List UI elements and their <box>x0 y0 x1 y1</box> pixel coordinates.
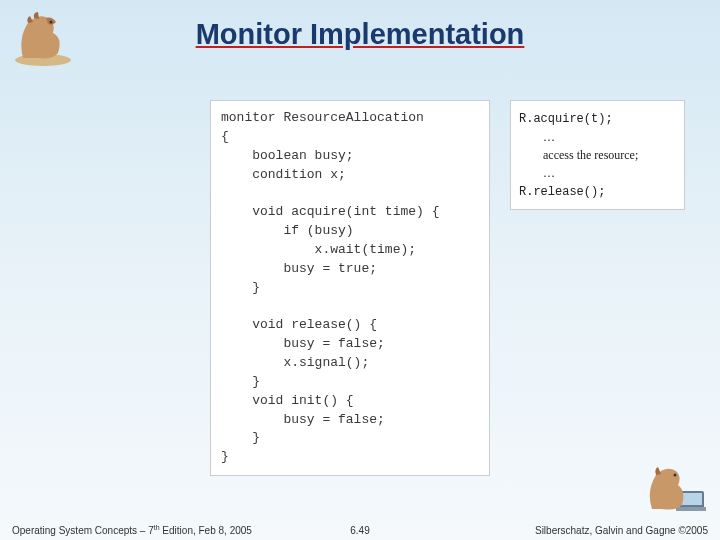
usage-line-1: R.acquire(t); <box>519 112 613 126</box>
footer-right: Silberschatz, Galvin and Gagne ©2005 <box>535 525 708 536</box>
usage-line-5: R.release(); <box>519 185 605 199</box>
footer-left: Operating System Concepts – 7th Edition,… <box>12 524 252 536</box>
usage-line-2: … <box>519 128 676 146</box>
title-text: Monitor Implementation <box>196 18 525 50</box>
slide-footer: Operating System Concepts – 7th Edition,… <box>0 520 720 540</box>
usage-code-block: R.acquire(t); … access the resource; … R… <box>510 100 685 210</box>
slide-number: 6.49 <box>350 525 369 536</box>
usage-line-3: access the resource; <box>519 146 676 164</box>
dinosaur-mascot-bottom <box>642 461 712 516</box>
monitor-code-block: monitor ResourceAllocation { boolean bus… <box>210 100 490 476</box>
svg-rect-4 <box>676 507 706 511</box>
usage-line-4: … <box>519 164 676 182</box>
footer-left-b: Edition, Feb 8, 2005 <box>160 525 252 536</box>
svg-point-5 <box>674 474 677 477</box>
slide-title: Monitor Implementation <box>0 18 720 51</box>
footer-left-a: Operating System Concepts – 7 <box>12 525 154 536</box>
svg-rect-3 <box>682 493 702 505</box>
